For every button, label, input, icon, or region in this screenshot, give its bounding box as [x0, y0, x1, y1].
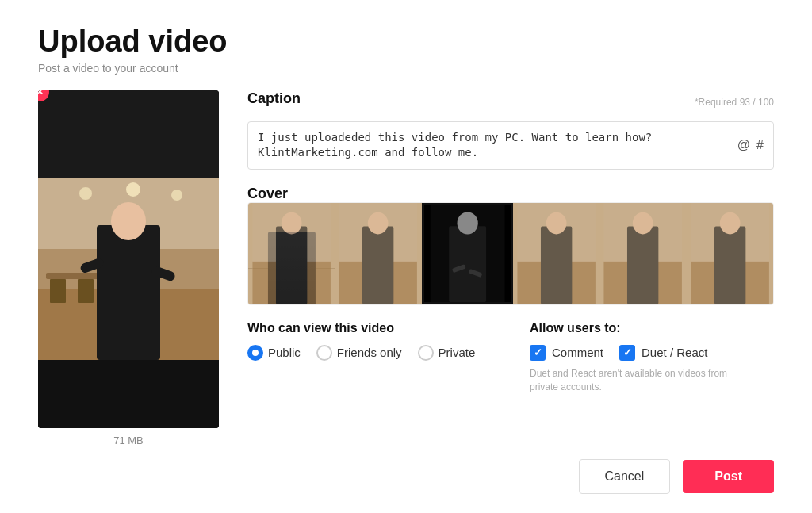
page-header: Upload video Post a video to your accoun…: [38, 25, 774, 75]
cover-frame-3-selected[interactable]: [422, 203, 513, 304]
svg-rect-29: [541, 227, 572, 304]
radio-friends-label: Friends only: [337, 346, 402, 359]
cover-section: Cover: [247, 186, 774, 305]
post-button[interactable]: Post: [683, 460, 774, 493]
cover-frame-1[interactable]: [248, 203, 335, 304]
cover-frame-5[interactable]: [599, 203, 686, 304]
allow-users-title: Allow users to:: [530, 321, 774, 335]
svg-point-9: [171, 190, 182, 201]
radio-public-dot: [252, 350, 259, 356]
svg-point-8: [126, 182, 140, 197]
check-duet-icon: ✓: [623, 346, 632, 358]
caption-icons: @ #: [737, 138, 764, 152]
svg-point-21: [368, 212, 389, 235]
svg-rect-23: [449, 226, 486, 302]
cover-frame-svg-1: [248, 203, 335, 304]
caption-input[interactable]: I just uploadeded this video from my PC.…: [258, 130, 731, 161]
video-middle: [38, 178, 219, 360]
who-can-view-section: Who can view this video Public Friends o…: [247, 321, 492, 394]
settings-row: Who can view this video Public Friends o…: [247, 321, 774, 394]
svg-point-17: [282, 212, 302, 235]
radio-private-circle: [418, 345, 434, 361]
at-icon[interactable]: @: [737, 138, 750, 152]
svg-rect-10: [97, 225, 160, 360]
video-panel: ✕: [38, 90, 219, 446]
cancel-button[interactable]: Cancel: [579, 459, 671, 494]
cover-frame-6[interactable]: [687, 203, 773, 304]
cover-frame-svg-4: [513, 203, 599, 304]
svg-rect-5: [50, 279, 66, 303]
caption-input-wrapper[interactable]: I just uploadeded this video from my PC.…: [247, 121, 774, 170]
checkbox-duet-box: ✓: [619, 345, 635, 361]
footer: Cancel Post: [38, 446, 774, 494]
radio-public-circle: [247, 345, 263, 361]
radio-friends-circle: [316, 345, 332, 361]
checkbox-comment[interactable]: ✓ Comment: [530, 345, 603, 361]
radio-public-label: Public: [268, 346, 301, 359]
video-bottom: [38, 360, 219, 428]
caption-required: *Required 93 / 100: [695, 97, 774, 108]
check-comment-icon: ✓: [534, 346, 542, 358]
who-can-view-title: Who can view this video: [247, 321, 492, 335]
svg-point-34: [633, 212, 653, 235]
cover-frame-svg-2: [335, 203, 421, 304]
radio-private[interactable]: Private: [418, 345, 476, 361]
radio-friends[interactable]: Friends only: [316, 345, 402, 361]
svg-rect-37: [714, 227, 745, 304]
radio-group: Public Friends only Private: [247, 345, 492, 361]
svg-point-38: [720, 212, 741, 235]
radio-public[interactable]: Public: [247, 345, 301, 361]
video-top: [38, 90, 219, 178]
checkbox-comment-label: Comment: [552, 346, 603, 359]
svg-rect-16: [276, 227, 307, 304]
video-size: 71 MB: [113, 435, 144, 446]
checkbox-duet[interactable]: ✓ Duet / React: [619, 345, 707, 361]
svg-point-24: [457, 212, 477, 234]
svg-rect-20: [362, 227, 393, 304]
caption-header: Caption *Required 93 / 100: [247, 90, 774, 115]
checkbox-group: ✓ Comment ✓ Duet / React: [530, 345, 774, 361]
video-bg-svg: [38, 178, 219, 360]
svg-rect-33: [627, 227, 658, 304]
video-preview: ✕: [38, 90, 219, 428]
checkbox-duet-label: Duet / React: [642, 346, 707, 359]
cover-label: Cover: [247, 186, 288, 201]
page-title: Upload video: [38, 25, 774, 59]
radio-private-label: Private: [439, 346, 476, 359]
allow-users-note: Duet and React aren't available on video…: [530, 367, 736, 394]
cover-strip: [247, 202, 774, 305]
cover-frame-svg-5: [599, 203, 686, 304]
svg-point-30: [546, 212, 567, 235]
svg-point-11: [111, 202, 146, 240]
caption-section: Caption *Required 93 / 100 I just upload…: [247, 90, 774, 170]
caption-label: Caption: [247, 90, 301, 107]
svg-point-7: [79, 187, 92, 200]
cover-frame-2[interactable]: [335, 203, 421, 304]
page-subtitle: Post a video to your account: [38, 62, 774, 75]
cover-frame-svg-6: [687, 203, 773, 304]
svg-rect-6: [78, 279, 94, 303]
checkbox-comment-box: ✓: [530, 345, 546, 361]
hash-icon[interactable]: #: [756, 138, 764, 152]
form-panel: Caption *Required 93 / 100 I just upload…: [247, 90, 774, 446]
cover-frame-svg-3: [424, 205, 511, 302]
allow-users-section: Allow users to: ✓ Comment ✓ Du: [530, 321, 774, 394]
main-content: ✕: [38, 90, 774, 446]
cover-frame-4[interactable]: [513, 203, 599, 304]
